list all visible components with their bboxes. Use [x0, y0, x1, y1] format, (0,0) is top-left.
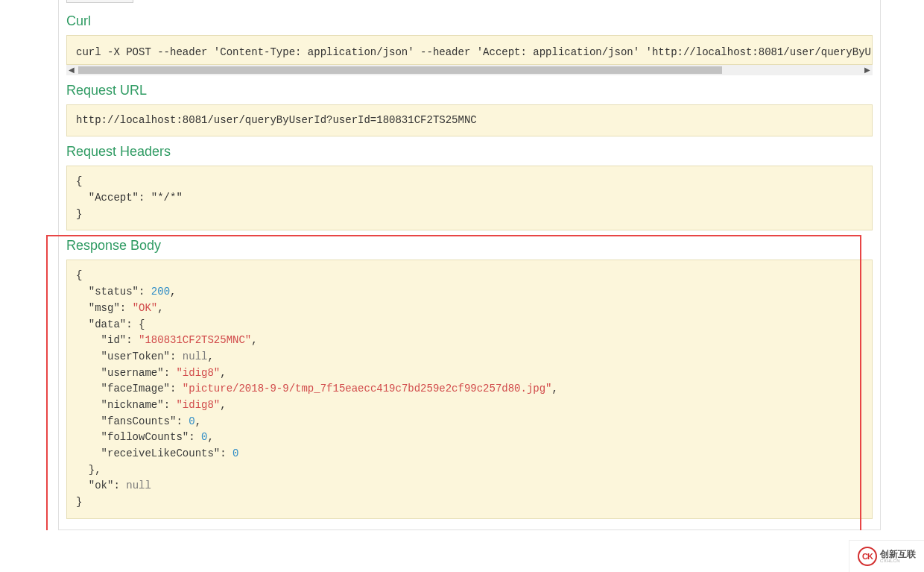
page: Curl curl -X POST --header 'Content-Type…	[0, 0, 924, 530]
curl-title: Curl	[66, 13, 873, 29]
scroll-thumb[interactable]	[78, 66, 722, 74]
scroll-track[interactable]	[77, 66, 862, 74]
ghost-button-remnant	[66, 0, 133, 3]
response-body-title: Response Body	[66, 238, 873, 254]
scroll-right-icon[interactable]: ▶	[862, 65, 873, 75]
api-response-panel: Curl curl -X POST --header 'Content-Type…	[58, 0, 881, 530]
request-url-title: Request URL	[66, 83, 873, 98]
request-headers-title: Request Headers	[66, 144, 873, 160]
request-url-code[interactable]: http://localhost:8081/user/queryByUserId…	[66, 104, 873, 137]
request-headers-code[interactable]: { "Accept": "*/*" }	[66, 166, 873, 230]
scroll-left-icon[interactable]: ◀	[66, 65, 77, 75]
curl-code[interactable]: curl -X POST --header 'Content-Type: app…	[66, 35, 873, 65]
response-body-code[interactable]: { "status": 200, "msg": "OK", "data": { …	[66, 260, 873, 518]
curl-scrollbar[interactable]: ◀ ▶	[66, 65, 873, 75]
